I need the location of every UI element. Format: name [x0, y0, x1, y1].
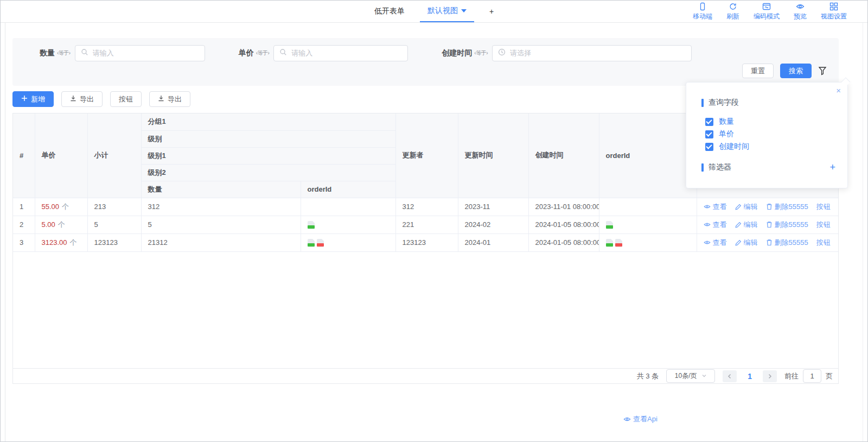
download-icon	[158, 95, 164, 103]
cell-create-time: 2023-11-01 08:00:00	[528, 198, 599, 216]
price-unit: 个	[62, 203, 69, 211]
filters-section: 筛选器 +	[701, 162, 835, 172]
col-header-index: #	[13, 113, 35, 198]
price-operator: ‹等于›	[256, 49, 270, 57]
filter-field-create-time: 创建时间 ‹等于› 请选择	[442, 45, 692, 61]
code-mode-icon	[762, 2, 771, 11]
delete-link[interactable]: 删除55555	[766, 220, 808, 230]
cell-quantity: 5	[141, 216, 301, 233]
delete-link[interactable]: 删除55555	[766, 202, 808, 212]
chevron-down-icon	[701, 372, 707, 380]
edit-link[interactable]: 编辑	[735, 238, 758, 248]
file-red-icon[interactable]	[317, 239, 324, 247]
reset-button[interactable]: 重置	[742, 64, 774, 78]
tab-default-view[interactable]: 默认视图	[420, 1, 474, 22]
cell-group-order-id	[301, 233, 395, 251]
view-link[interactable]: 查看	[704, 238, 727, 248]
view-link[interactable]: 查看	[704, 220, 727, 230]
row-button-link[interactable]: 按钮	[816, 220, 831, 230]
cell-updater: 123123	[395, 233, 458, 251]
add-button[interactable]: 新增	[12, 91, 54, 107]
query-fields-list: 数量 单价 创建时间	[705, 117, 835, 151]
delete-link[interactable]: 删除55555	[766, 238, 808, 248]
file-green-icon[interactable]	[606, 239, 613, 247]
code-mode-button[interactable]: 编码模式	[754, 2, 780, 21]
cell-actions: 查看 编辑 删除55555 按钮	[697, 233, 838, 251]
prev-page-button[interactable]	[723, 370, 737, 382]
col-header-group-order-id: orderId	[301, 181, 395, 198]
cell-updater: 312	[395, 198, 458, 216]
plus-icon	[21, 95, 28, 103]
cell-group-order-id	[301, 198, 395, 216]
search-filter-panel: 数量 ‹等于› 请输入 单价 ‹等于› 请输入 创建时间 ‹等于›	[12, 38, 839, 86]
cell-unit-price: 3123.00个	[35, 233, 87, 251]
edit-label: 编辑	[744, 220, 758, 230]
refresh-button[interactable]: 刷新	[726, 2, 739, 21]
file-green-icon[interactable]	[308, 221, 315, 229]
cell-subtotal: 213	[87, 198, 141, 216]
custom-button-label: 按钮	[119, 94, 133, 104]
search-button[interactable]: 搜索	[780, 64, 812, 78]
file-green-icon[interactable]	[606, 221, 613, 229]
page-size-value: 10条/页	[675, 371, 697, 381]
code-mode-label: 编码模式	[754, 12, 780, 21]
cell-update-time: 2023-11	[458, 198, 528, 216]
view-api-link[interactable]: 查看Api	[623, 414, 658, 424]
preview-button[interactable]: 预览	[794, 2, 807, 21]
edit-link[interactable]: 编辑	[735, 220, 758, 230]
next-page-button[interactable]	[763, 370, 777, 382]
current-page[interactable]: 1	[744, 372, 755, 381]
goto-value: 1	[810, 372, 814, 380]
row-button-label: 按钮	[816, 238, 831, 248]
checkbox-quantity[interactable]: 数量	[705, 117, 835, 127]
tab-form[interactable]: 低开表单	[367, 1, 412, 22]
close-icon[interactable]: ×	[836, 86, 841, 95]
cell-unit-price: 55.00个	[35, 198, 87, 216]
export-button-1-label: 导出	[80, 94, 94, 104]
filter-settings-popup: × 查询字段 数量 单价 创建时间 筛选器 +	[686, 82, 848, 188]
cell-update-time: 2024-02	[458, 216, 528, 233]
quantity-filter-input[interactable]: 请输入	[75, 45, 205, 61]
page-size-select[interactable]: 10条/页	[666, 369, 715, 383]
checkbox-checked-icon	[705, 143, 713, 151]
checkbox-checked-icon	[705, 118, 713, 126]
query-fields-section: 查询字段	[701, 98, 835, 108]
goto-label: 前往	[784, 371, 799, 381]
create-time-filter-label: 创建时间	[442, 48, 472, 58]
custom-button[interactable]: 按钮	[110, 91, 142, 107]
add-filter-button[interactable]: +	[829, 162, 835, 172]
row-button-link[interactable]: 按钮	[816, 202, 831, 212]
export-button-2[interactable]: 导出	[149, 91, 190, 107]
goto-page-input[interactable]: 1	[803, 369, 821, 383]
file-green-icon[interactable]	[308, 239, 315, 247]
view-settings-button[interactable]: 视图设置	[821, 2, 847, 21]
price-value: 55.00	[42, 203, 60, 211]
cell-quantity: 21312	[141, 233, 301, 251]
download-icon	[70, 95, 76, 103]
cell-create-time: 2024-01-05 08:00:00	[528, 233, 599, 251]
checkbox-price[interactable]: 单价	[705, 129, 835, 139]
footer: 查看Api	[623, 414, 658, 425]
top-bar: 低开表单 默认视图 + 移动端 刷新 编码模式	[1, 1, 867, 23]
cell-group-order-id	[301, 216, 395, 233]
file-red-icon[interactable]	[615, 239, 622, 247]
mobile-button[interactable]: 移动端	[693, 2, 712, 21]
funnel-filter-button[interactable]	[818, 66, 827, 75]
checkbox-create-time[interactable]: 创建时间	[705, 142, 835, 151]
delete-label: 删除55555	[775, 220, 808, 230]
col-header-group1: 分组1	[141, 113, 395, 130]
row-button-link[interactable]: 按钮	[816, 238, 831, 248]
top-toolbar: 移动端 刷新 编码模式 预览 视图设置	[693, 1, 847, 23]
price-filter-input[interactable]: 请输入	[273, 45, 408, 61]
price-unit: 个	[70, 238, 77, 247]
create-time-filter-input[interactable]: 请选择	[492, 45, 692, 61]
view-link[interactable]: 查看	[704, 202, 727, 212]
mobile-label: 移动端	[693, 12, 712, 21]
quantity-filter-label: 数量	[40, 48, 55, 58]
tab-add-view[interactable]: +	[482, 1, 501, 22]
preview-label: 预览	[794, 12, 807, 21]
tab-default-view-label: 默认视图	[427, 6, 458, 16]
export-button-1[interactable]: 导出	[61, 91, 103, 107]
edit-link[interactable]: 编辑	[735, 202, 758, 212]
cell-create-time: 2024-01-05 08:00:00	[528, 216, 599, 233]
